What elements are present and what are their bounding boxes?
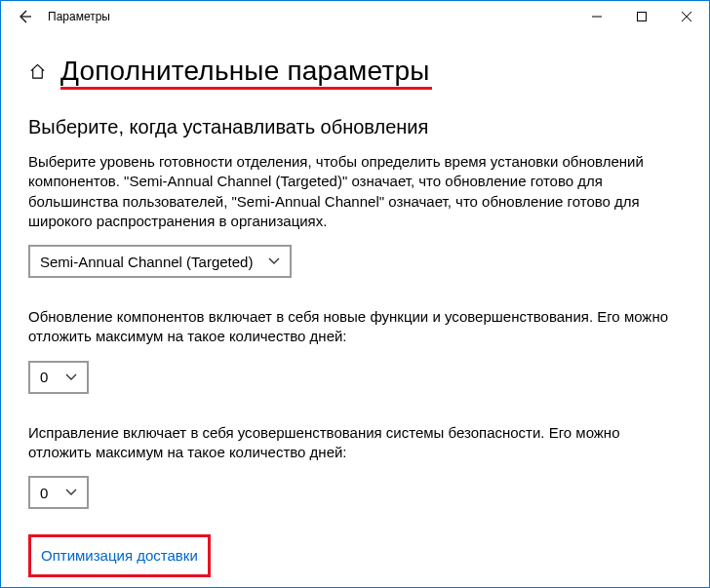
svg-rect-0 [638,13,647,21]
close-icon [682,12,691,21]
maximize-button[interactable] [619,1,664,32]
minimize-icon [592,12,602,21]
quality-defer-select[interactable]: 0 [28,476,89,509]
window-title: Параметры [48,10,110,23]
home-button[interactable] [28,62,47,81]
quality-defer-value: 0 [40,485,48,501]
feature-defer-value: 0 [40,369,48,385]
page-title: Дополнительные параметры [60,56,430,87]
quality-defer-description: Исправление включает в себя усовершенств… [28,423,682,463]
maximize-icon [637,12,647,21]
content: Дополнительные параметры Выберите, когда… [1,32,709,588]
feature-defer-select[interactable]: 0 [28,361,89,394]
close-button[interactable] [664,1,709,32]
delivery-optimization-link[interactable]: Оптимизация доставки [41,547,198,564]
back-button[interactable] [9,9,40,24]
window-controls [574,1,709,32]
chevron-down-icon [65,372,77,383]
header-row: Дополнительные параметры [28,56,682,87]
minimize-button[interactable] [574,1,619,32]
highlight-box: Оптимизация доставки [28,534,211,577]
channel-select[interactable]: Semi-Annual Channel (Targeted) [28,245,292,278]
section-heading: Выберите, когда устанавливать обновления [28,116,682,138]
page-title-wrap: Дополнительные параметры [60,56,430,87]
highlight-underline [60,87,432,90]
channel-select-value: Semi-Annual Channel (Targeted) [40,254,253,270]
feature-defer-description: Обновление компонентов включает в себя н… [28,307,682,347]
chevron-down-icon [268,255,280,267]
arrow-left-icon [17,9,32,24]
home-icon [28,62,47,81]
chevron-down-icon [65,487,77,498]
channel-description: Выберите уровень готовности отделения, ч… [28,152,682,231]
